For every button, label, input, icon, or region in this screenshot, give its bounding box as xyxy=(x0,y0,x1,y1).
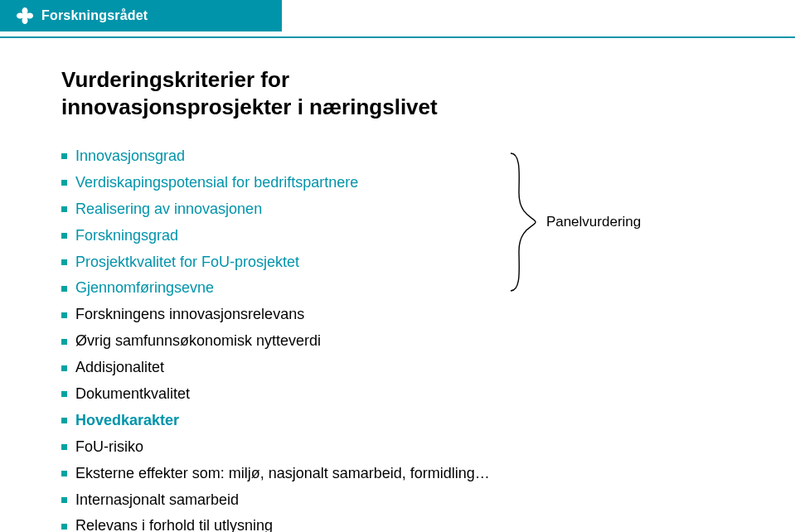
list-item: Innovasjonsgrad xyxy=(61,143,490,170)
criteria-text: Internasjonalt samarbeid xyxy=(75,489,239,512)
criteria-text: FoU-risiko xyxy=(75,436,143,459)
title-line-1: Vurderingskriterier for xyxy=(61,67,289,92)
list-item: Dokumentkvalitet xyxy=(61,381,490,408)
list-item: FoU-risiko xyxy=(61,434,490,461)
title-line-2: innovasjonsprosjekter i næringslivet xyxy=(61,94,438,119)
list-item: Internasjonalt samarbeid xyxy=(61,487,490,514)
criteria-text: Relevans i forhold til utlysning xyxy=(75,515,273,532)
list-item: Prosjektkvalitet for FoU-prosjektet xyxy=(61,249,490,276)
slide-title: Vurderingskriterier for innovasjonsprosj… xyxy=(61,66,745,120)
panel-bracket-group: Panelvurdering xyxy=(507,152,641,293)
list-item: Forskningsgrad xyxy=(61,223,490,249)
list-item: Eksterne effekter som: miljø, nasjonalt … xyxy=(61,461,490,487)
forskningsradet-logo-icon xyxy=(15,6,35,26)
criteria-text: Verdiskapingspotensial for bedriftspartn… xyxy=(75,172,358,195)
criteria-text: Gjennomføringsevne xyxy=(75,277,214,300)
curly-brace-icon xyxy=(507,152,540,293)
list-item: Gjennomføringsevne xyxy=(61,275,490,302)
criteria-text: Forskningens innovasjonsrelevans xyxy=(75,303,304,326)
brand-bar: Forskningsrådet xyxy=(0,0,282,31)
criteria-text: Innovasjonsgrad xyxy=(75,145,185,168)
bracket-label: Panelvurdering xyxy=(546,214,641,230)
slide-content: Vurderingskriterier for innovasjonsprosj… xyxy=(0,38,795,532)
criteria-text: Prosjektkvalitet for FoU-prosjektet xyxy=(75,251,299,274)
criteria-text: Addisjonalitet xyxy=(75,356,164,380)
list-item: Verdiskapingspotensial for bedriftspartn… xyxy=(61,170,490,196)
criteria-text: Øvrig samfunnsøkonomisk nytteverdi xyxy=(75,330,321,353)
criteria-text: Dokumentkvalitet xyxy=(75,383,190,406)
list-item: Realisering av innovasjonen xyxy=(61,196,490,223)
list-item: Hovedkarakter xyxy=(61,408,490,434)
criteria-list: Innovasjonsgrad Verdiskapingspotensial f… xyxy=(61,143,490,532)
criteria-text: Realisering av innovasjonen xyxy=(75,198,262,221)
criteria-text: Forskningsgrad xyxy=(75,225,178,248)
list-item: Addisjonalitet xyxy=(61,355,490,381)
list-item: Relevans i forhold til utlysning xyxy=(61,513,490,532)
slide-header: Forskningsrådet xyxy=(0,0,795,38)
brand-name: Forskningsrådet xyxy=(41,8,148,23)
list-item: Forskningens innovasjonsrelevans xyxy=(61,302,490,328)
criteria-text: Eksterne effekter som: miljø, nasjonalt … xyxy=(75,462,490,486)
list-item: Øvrig samfunnsøkonomisk nytteverdi xyxy=(61,328,490,355)
criteria-text: Hovedkarakter xyxy=(75,409,179,433)
